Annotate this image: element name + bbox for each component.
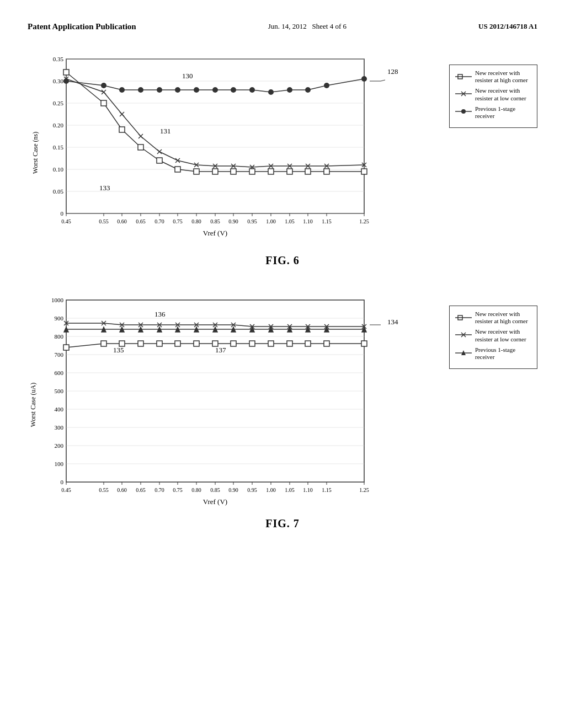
svg-text:0.60: 0.60 <box>117 218 127 224</box>
svg-rect-215 <box>287 341 292 346</box>
svg-text:0: 0 <box>61 479 64 485</box>
svg-text:0.95: 0.95 <box>247 218 257 224</box>
svg-text:0.45: 0.45 <box>61 487 71 493</box>
svg-text:200: 200 <box>55 442 64 449</box>
svg-text:0.65: 0.65 <box>136 218 146 224</box>
svg-text:1.10: 1.10 <box>303 487 313 493</box>
svg-text:0.15: 0.15 <box>53 144 64 151</box>
svg-text:131: 131 <box>160 127 171 135</box>
fig6-legend-label-1: New receiver withresister at high corner <box>475 69 528 84</box>
svg-rect-210 <box>194 341 199 346</box>
svg-text:1.05: 1.05 <box>285 218 295 224</box>
svg-rect-104 <box>268 169 274 174</box>
fig7-legend: New receiver withresister at high corner… <box>449 306 537 369</box>
fig6-legend-icon-2 <box>455 90 472 99</box>
svg-text:0.60: 0.60 <box>117 487 127 493</box>
svg-text:0.75: 0.75 <box>173 487 183 493</box>
page: Patent Application Publication Jun. 14, … <box>0 0 565 728</box>
svg-text:0.25: 0.25 <box>53 100 64 106</box>
svg-rect-212 <box>231 341 236 346</box>
svg-text:800: 800 <box>55 333 64 340</box>
fig6-legend-icon-3 <box>455 108 472 117</box>
svg-text:0.45: 0.45 <box>61 218 71 224</box>
svg-rect-105 <box>287 169 292 174</box>
svg-point-60 <box>287 87 292 93</box>
svg-text:1.00: 1.00 <box>266 218 276 224</box>
fig7-chart-area: Worst Case (uA) 0 <box>28 289 438 512</box>
svg-text:100: 100 <box>55 461 64 467</box>
svg-rect-95 <box>101 100 106 106</box>
svg-rect-101 <box>212 169 218 174</box>
svg-point-63 <box>361 76 367 82</box>
fig7-legend-item-2: New receiver withresister at low corner <box>455 328 531 342</box>
svg-point-51 <box>119 87 125 93</box>
svg-text:1.00: 1.00 <box>266 487 276 493</box>
svg-text:0.65: 0.65 <box>136 487 146 493</box>
svg-text:1.25: 1.25 <box>359 487 369 493</box>
svg-text:0.85: 0.85 <box>210 218 220 224</box>
fig7-legend-icon-1 <box>455 313 472 323</box>
header: Patent Application Publication Jun. 14, … <box>28 22 537 31</box>
header-right: US 2012/146718 A1 <box>478 22 537 31</box>
svg-line-113 <box>381 80 385 81</box>
fig7-section: Worst Case (uA) 0 <box>28 289 537 530</box>
svg-point-53 <box>157 87 162 93</box>
svg-text:Worst Case (uA): Worst Case (uA) <box>29 383 37 427</box>
svg-text:0.35: 0.35 <box>53 56 64 62</box>
svg-text:Vref (V): Vref (V) <box>203 497 227 506</box>
svg-point-55 <box>194 87 199 93</box>
fig6-legend-label-2: New receiver withresister at low corner <box>475 87 526 101</box>
fig7-legend-label-1: New receiver withresister at high corner <box>475 311 528 325</box>
svg-text:133: 133 <box>99 184 110 192</box>
svg-point-56 <box>212 87 218 93</box>
fig6-legend-icon-1 <box>455 72 472 82</box>
svg-point-62 <box>324 83 329 88</box>
svg-text:0.90: 0.90 <box>228 487 238 493</box>
fig7-chart-container: Worst Case (uA) 0 <box>28 289 537 512</box>
fig7-legend-item-3: Previous 1-stagereceiver <box>455 346 531 361</box>
svg-text:600: 600 <box>55 370 64 376</box>
svg-text:0.05: 0.05 <box>53 188 64 195</box>
svg-rect-216 <box>305 341 311 346</box>
svg-text:300: 300 <box>55 424 64 431</box>
fig7-legend-label-3: Previous 1-stagereceiver <box>475 346 515 361</box>
svg-text:0.20: 0.20 <box>53 122 64 129</box>
fig7-svg: Worst Case (uA) 0 <box>28 289 386 510</box>
svg-text:0.70: 0.70 <box>154 218 164 224</box>
svg-text:0.70: 0.70 <box>154 487 164 493</box>
svg-rect-204 <box>63 345 69 350</box>
fig6-legend-label-3: Previous 1-stagereceiver <box>475 105 515 120</box>
svg-text:0.85: 0.85 <box>210 487 220 493</box>
svg-text:1.25: 1.25 <box>359 218 369 224</box>
svg-rect-102 <box>231 169 236 174</box>
svg-text:1.10: 1.10 <box>303 218 313 224</box>
header-date: Jun. 14, 2012 <box>268 22 307 30</box>
svg-rect-217 <box>324 341 329 346</box>
svg-text:0.80: 0.80 <box>191 218 201 224</box>
svg-text:137: 137 <box>215 346 226 354</box>
svg-text:900: 900 <box>55 315 64 322</box>
svg-point-58 <box>249 87 255 93</box>
fig6-label: FIG. 6 <box>28 254 537 267</box>
header-center: Jun. 14, 2012 Sheet 4 of 6 <box>268 22 347 31</box>
svg-rect-94 <box>63 69 69 75</box>
svg-point-54 <box>175 87 180 93</box>
svg-rect-98 <box>157 158 162 163</box>
svg-text:136: 136 <box>154 310 166 318</box>
svg-text:130: 130 <box>182 72 193 80</box>
fig6-legend-item-2: New receiver withresister at low corner <box>455 87 531 101</box>
fig7-legend-icon-3 <box>455 349 472 358</box>
header-left: Patent Application Publication <box>28 22 136 31</box>
fig7-callout-134: 134 <box>387 318 398 326</box>
svg-text:Worst Case (ns): Worst Case (ns) <box>31 132 39 174</box>
svg-rect-205 <box>101 341 106 346</box>
svg-rect-214 <box>268 341 274 346</box>
svg-text:135: 135 <box>113 346 124 354</box>
svg-text:1.15: 1.15 <box>322 218 332 224</box>
fig6-chart-container: Worst Case (ns) 0 <box>28 48 537 249</box>
svg-text:400: 400 <box>55 406 64 413</box>
svg-text:0.30: 0.30 <box>53 78 64 84</box>
svg-rect-207 <box>138 341 143 346</box>
svg-text:0.10: 0.10 <box>53 166 64 173</box>
fig6-legend-item-3: Previous 1-stagereceiver <box>455 105 531 120</box>
